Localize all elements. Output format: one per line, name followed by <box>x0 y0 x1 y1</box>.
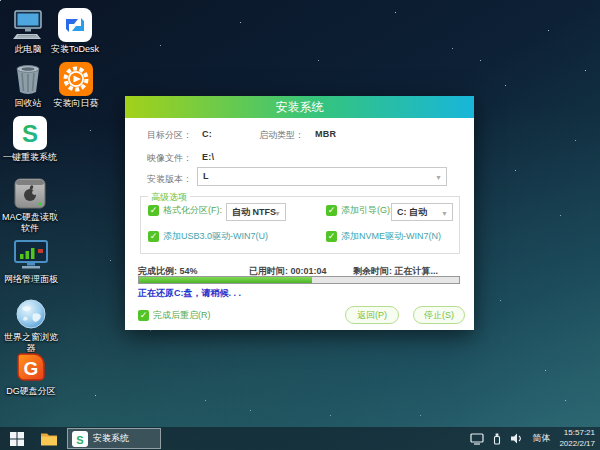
advanced-options-groupbox: 高级选项 格式化分区(F): 自动 NTFS ▼ 添加引导(G): C: 自动 … <box>140 196 460 254</box>
stop-button-label: 停止(S) <box>424 310 454 320</box>
mac-disk-icon <box>2 174 58 210</box>
folder-icon <box>40 432 58 446</box>
add-boot-label: 添加引导(G): <box>341 204 393 217</box>
image-file-label: 映像文件： <box>147 152 192 165</box>
usb3-driver-label: 添加USB3.0驱动-WIN7(U) <box>163 230 268 243</box>
chevron-down-icon: ▼ <box>274 205 281 222</box>
chevron-down-icon: ▼ <box>441 205 448 222</box>
clock-time: 15:57:21 <box>559 428 595 438</box>
desktop-icon-label: 安装向日葵 <box>44 98 108 109</box>
taskbar: S 安装系统 简体 15:57:21 2022/2/17 <box>0 427 600 450</box>
network-panel-icon <box>0 236 62 272</box>
dialog-titlebar: 安装系统 <box>125 96 474 118</box>
boot-target-select[interactable]: C: 自动 ▼ <box>391 203 453 221</box>
format-partition-checkbox[interactable]: 格式化分区(F): <box>148 204 222 217</box>
sunflower-icon <box>44 60 108 96</box>
progress-bar <box>138 276 460 284</box>
progress-fill <box>139 277 312 283</box>
volume-tray-icon[interactable] <box>510 433 523 444</box>
advanced-options-label: 高级选项 <box>148 191 190 204</box>
desktop-icon-todesk[interactable]: 安装ToDesk <box>44 6 106 55</box>
usb3-driver-checkbox[interactable]: 添加USB3.0驱动-WIN7(U) <box>148 230 268 243</box>
desktop-icon-label: DG硬盘分区 <box>2 386 60 397</box>
desktop-icon-dg-partition[interactable]: G DG硬盘分区 <box>2 348 60 397</box>
image-file-value: E:\ <box>202 152 214 162</box>
world-browser-icon <box>2 294 60 330</box>
back-button[interactable]: 返回(P) <box>345 306 399 324</box>
desktop-icon-world-browser[interactable]: 世界之窗浏览器 <box>2 294 60 354</box>
clock-date: 2022/2/17 <box>559 439 595 449</box>
format-partition-label: 格式化分区(F): <box>163 204 222 217</box>
boot-type-label: 启动类型： <box>259 129 304 142</box>
stop-button[interactable]: 停止(S) <box>413 306 465 324</box>
desktop-icon-label: 安装ToDesk <box>44 44 106 55</box>
format-mode-selected-value: 自动 NTFS <box>232 207 276 217</box>
network-tray-icon[interactable] <box>470 433 484 445</box>
checkbox-checked-icon <box>326 231 337 242</box>
target-partition-label: 目标分区： <box>147 129 192 142</box>
svg-text:S: S <box>22 120 38 147</box>
boot-type-value: MBR <box>315 129 336 139</box>
desktop: 此电脑 安装ToDesk 回收站 <box>0 0 600 450</box>
chevron-down-icon: ▼ <box>435 169 442 186</box>
taskbar-app-install-system[interactable]: S 安装系统 <box>67 428 161 449</box>
system-tray: 简体 15:57:21 2022/2/17 <box>470 428 600 449</box>
desktop-icon-one-key-reinstall[interactable]: S 一键重装系统 <box>2 114 58 163</box>
svg-text:G: G <box>24 358 39 379</box>
nvme-driver-label: 添加NVME驱动-WIN7(N) <box>341 230 441 243</box>
install-system-dialog: 安装系统 目标分区： C: 启动类型： MBR 映像文件： E:\ 安装版本： … <box>125 96 474 330</box>
desktop-icon-label: 一键重装系统 <box>2 152 58 163</box>
back-button-label: 返回(P) <box>357 310 387 320</box>
svg-text:S: S <box>76 433 83 445</box>
restart-after-finish-label: 完成后重启(R) <box>153 309 211 322</box>
dialog-title: 安装系统 <box>276 100 324 114</box>
checkbox-checked-icon <box>148 205 159 216</box>
checkbox-checked-icon <box>326 205 337 216</box>
boot-target-selected-value: C: 自动 <box>397 207 427 217</box>
checkbox-checked-icon <box>148 231 159 242</box>
restore-status-text: 正在还原C:盘，请稍候. . . <box>138 287 241 300</box>
usb-device-tray-icon[interactable] <box>493 433 501 445</box>
file-explorer-button[interactable] <box>34 427 64 450</box>
desktop-icon-label: 网络管理面板 <box>0 274 62 285</box>
nvme-driver-checkbox[interactable]: 添加NVME驱动-WIN7(N) <box>326 230 441 243</box>
add-boot-checkbox[interactable]: 添加引导(G): <box>326 204 393 217</box>
start-button[interactable] <box>0 427 34 450</box>
todesk-icon <box>44 6 106 42</box>
install-version-selected-value: L <box>203 171 209 181</box>
dg-partition-icon: G <box>2 348 60 384</box>
taskbar-app-label: 安装系统 <box>93 432 129 445</box>
desktop-icon-network-panel[interactable]: 网络管理面板 <box>0 236 62 285</box>
taskbar-clock[interactable]: 15:57:21 2022/2/17 <box>559 428 595 449</box>
desktop-icon-sunflower[interactable]: 安装向日葵 <box>44 60 108 109</box>
ime-indicator[interactable]: 简体 <box>532 432 550 445</box>
install-system-app-icon: S <box>72 431 88 447</box>
desktop-icon-label: MAC硬盘读取软件 <box>2 212 58 234</box>
checkbox-checked-icon <box>138 310 149 321</box>
windows-logo-icon <box>10 432 24 446</box>
target-partition-value: C: <box>202 129 212 139</box>
desktop-icon-mac-disk[interactable]: MAC硬盘读取软件 <box>2 174 58 234</box>
install-version-select[interactable]: L ▼ <box>197 167 447 186</box>
install-version-label: 安装版本： <box>147 173 192 186</box>
restart-after-finish-checkbox[interactable]: 完成后重启(R) <box>138 309 211 322</box>
format-mode-select[interactable]: 自动 NTFS ▼ <box>226 203 286 221</box>
one-key-reinstall-icon: S <box>2 114 58 150</box>
